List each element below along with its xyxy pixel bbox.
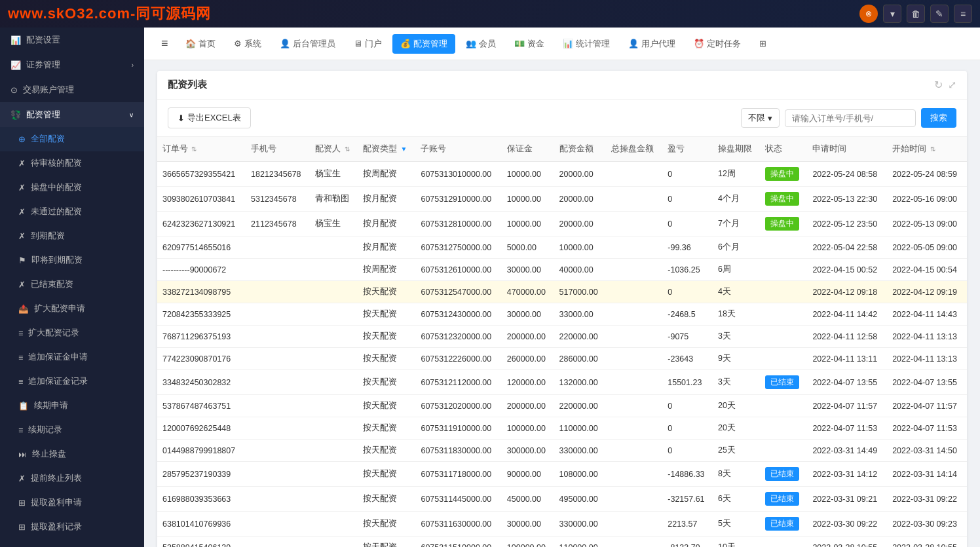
topnav-item-schedule[interactable]: ⏰ 定时任务 [686,34,749,54]
cell-sub_account: 6075312020000.00 [415,395,501,417]
col-header-order_no[interactable]: 订单号 ⇅ [157,137,246,162]
cell-funder [310,236,358,259]
cell-funder [310,395,358,417]
table-row[interactable]: 638101410769936按天配资6075311630000.0030000… [157,512,967,537]
topnav-item-stats[interactable]: 📊 统计管理 [555,34,618,54]
cell-amount: 10000.00 [554,236,607,259]
table-row[interactable]: 62423236271309212112345678杨宝生按月配资6075312… [157,212,967,236]
table-row[interactable]: 366565732935542118212345678杨宝生按周配资607531… [157,162,967,187]
cell-sub_account: 6075312810000.00 [415,212,501,236]
cell-profit_loss: 0 [662,187,713,212]
topnav-item-capital[interactable]: 💵 资金 [506,34,552,54]
sidebar-item-trade-account[interactable]: ⊙ 交易账户管理 [0,77,144,102]
cell-funder [310,348,358,370]
topnav-item-home[interactable]: 🏠 首页 [178,34,223,54]
table-row[interactable]: 0144988799918807按天配资6075311830000.003000… [157,440,967,462]
cell-total [606,537,662,548]
cell-type: 按周配资 [358,259,416,281]
cell-period: 3天 [713,326,760,348]
sidebar-item-peizi-manage[interactable]: 💱 配资管理 ∨ [0,102,144,127]
table-row[interactable]: 768711296375193按天配资6075312320000.0020000… [157,326,967,348]
cell-order_no: 0144988799918807 [157,440,246,462]
cell-funder [310,326,358,348]
table-row[interactable]: 535889415406139按天配资6075311510000.0010000… [157,537,967,548]
chevron-down-btn[interactable]: ▾ [883,5,901,23]
table-row[interactable]: 338272134098795按天配资6075312547000.0047000… [157,281,967,303]
cell-start_time: 2022-04-12 09:19 [887,281,967,303]
sidebar-item-renew-record[interactable]: ≡ 续期记录 [0,418,144,442]
table-row[interactable]: 616988039353663按天配资6075311445000.0045000… [157,487,967,512]
sidebar-item-profit-apply[interactable]: ⊞ 提取盈利申请 [0,491,144,515]
page-card-actions: ↻ ⤢ [934,79,956,91]
sidebar-item-expired-peizi[interactable]: ✗ 到期配资 [0,224,144,248]
table-row[interactable]: 120007692625448按天配资6075311910000.0010000… [157,417,967,440]
grid-icon: ⊞ [18,498,26,508]
search-button[interactable]: 搜索 [921,108,956,128]
cell-margin: 200000.00 [502,395,554,417]
sidebar-item-pending-peizi[interactable]: ✗ 待审核的配资 [0,151,144,176]
cell-total [606,395,662,417]
table-row[interactable]: 537867487463751按天配资6075312020000.0020000… [157,395,967,417]
search-input[interactable] [785,109,916,127]
sort-icon-start_time: ⇅ [930,145,935,153]
menu-icon[interactable]: ≡ [954,5,972,23]
cell-type: 按天配资 [358,462,416,487]
sidebar-item-securities[interactable]: 📈 证券管理 › [0,52,144,77]
sidebar-item-near-expire[interactable]: ⚑ 即将到期配资 [0,248,144,273]
trash-icon[interactable]: 🗑 [907,5,925,23]
list-icon: ≡ [18,377,23,387]
cell-funder [310,281,358,303]
sidebar-item-early-stop-list[interactable]: ✗ 提前终止列表 [0,466,144,491]
topnav-item-proxy[interactable]: 👤 用户代理 [620,34,683,54]
col-header-funder[interactable]: 配资人 ⇅ [310,137,358,162]
sidebar-item-profit-record[interactable]: ⊞ 提取盈利记录 [0,515,144,539]
cell-profit_loss: -2468.5 [662,303,713,326]
edit-icon[interactable]: ✎ [930,5,949,23]
sidebar-item-peizi-settings[interactable]: 📊 配资设置 [0,28,144,52]
table-row[interactable]: 620977514655016按月配资6075312750000.005000.… [157,236,967,259]
sidebar-item-renew-apply[interactable]: 📋 续期申请 [0,394,144,418]
col-header-start_time[interactable]: 开始时间 ⇅ [887,137,967,162]
table-row[interactable]: 334832450302832按天配资6075312112000.0012000… [157,370,967,395]
topnav-item-portal[interactable]: 🖥 门户 [346,34,390,54]
cell-order_no: 620977514655016 [157,236,246,259]
cell-margin: 10000.00 [502,162,554,187]
col-header-profit_loss: 盈亏 [662,137,713,162]
avatar-btn[interactable]: ⊗ [859,5,878,23]
cell-order_no: 3665657329355421 [157,162,246,187]
cell-apply_time: 2022-04-11 14:42 [807,303,887,326]
cell-apply_time: 2022-03-31 14:12 [807,462,887,487]
sidebar-item-operating-peizi[interactable]: ✗ 操盘中的配资 [0,176,144,200]
table-row[interactable]: 285795237190339按天配资6075311718000.0090000… [157,462,967,487]
topnav-item-system[interactable]: ⚙ 系统 [226,34,269,54]
sidebar-item-ended-peizi[interactable]: ✗ 已结束配资 [0,273,144,297]
sidebar-item-failed-peizi[interactable]: ✗ 未通过的配资 [0,200,144,224]
export-excel-button[interactable]: ⬇ 导出EXCEL表 [168,107,251,128]
cell-start_time: 2022-05-24 08:59 [887,162,967,187]
col-header-type[interactable]: 配资类型 ▼ [358,137,416,162]
cell-apply_time: 2022-03-31 09:21 [807,487,887,512]
hamburger-icon[interactable]: ≡ [155,33,175,54]
topnav-item-grid[interactable]: ⊞ [751,35,774,52]
sidebar-item-expand-apply[interactable]: 📤 扩大配资申请 [0,297,144,321]
cell-funder: 青和勒图 [310,187,358,212]
sidebar-item-all-peizi[interactable]: ⊕ 全部配资 [0,127,144,151]
sidebar-item-stop-trading[interactable]: ⏭ 终止操盘 [0,442,144,466]
topnav-item-member[interactable]: 👥 会员 [458,34,504,54]
refresh-icon[interactable]: ↻ [934,79,943,91]
sidebar-item-add-margin-record[interactable]: ≡ 追加保证金记录 [0,369,144,394]
cell-profit_loss: 0 [662,281,713,303]
table-row[interactable]: 720842355333925按天配资6075312430000.0030000… [157,303,967,326]
cell-phone [246,537,310,548]
table-row[interactable]: 774223090870176按天配资6075312226000.0026000… [157,348,967,370]
expand-icon[interactable]: ⤢ [948,79,956,91]
topnav-item-funding[interactable]: 💰 配资管理 [392,34,455,54]
sidebar-item-add-margin-apply[interactable]: ≡ 追加保证金申请 [0,345,144,369]
cell-amount: 33000.00 [554,303,607,326]
filter-select[interactable]: 不限 ▾ [741,108,780,128]
sidebar-item-expand-record[interactable]: ≡ 扩大配资记录 [0,321,144,345]
cell-funder [310,303,358,326]
table-row[interactable]: 30938026107038415312345678青和勒图按月配资607531… [157,187,967,212]
table-row[interactable]: ----------90000672按周配资6075312610000.0030… [157,259,967,281]
topnav-item-admin[interactable]: 👤 后台管理员 [272,34,343,54]
